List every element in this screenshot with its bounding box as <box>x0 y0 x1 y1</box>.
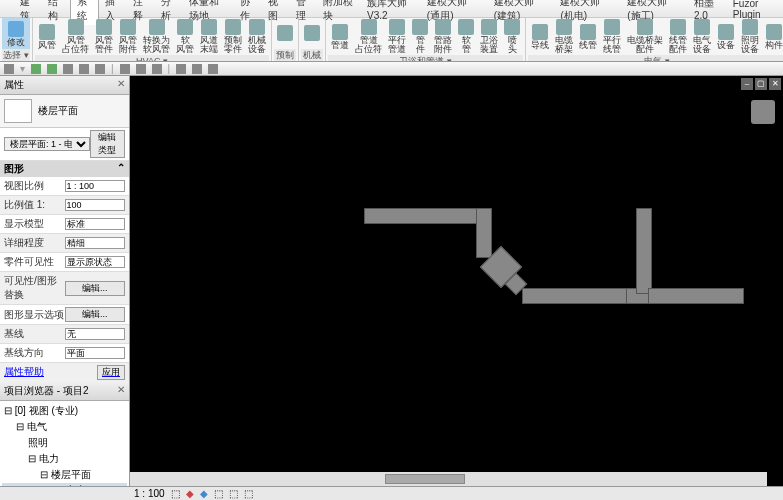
property-row[interactable]: 基线 <box>0 325 129 344</box>
property-row[interactable]: 详细程度 <box>0 234 129 253</box>
ribbon-button[interactable]: 平行 管道 <box>385 18 409 55</box>
status-icon[interactable]: ◆ <box>200 488 208 499</box>
close-view-icon[interactable]: ✕ <box>769 78 781 90</box>
left-panel: 属性✕ 楼层平面 楼层平面: 1 - 电力编辑类型 图形⌃ 视图比例比例值 1:… <box>0 76 130 486</box>
tool-icon[interactable] <box>63 64 73 74</box>
property-row[interactable]: 可见性/图形替换编辑... <box>0 272 129 305</box>
ribbon-button[interactable]: 卫浴 装置 <box>477 18 501 55</box>
browser-title: 项目浏览器 - 项目2✕ <box>0 382 129 401</box>
ribbon-button[interactable]: 平行 线管 <box>600 18 624 55</box>
properties-help-link[interactable]: 属性帮助 <box>4 365 44 380</box>
modify-button[interactable]: 修改 <box>2 18 30 49</box>
ribbon-button[interactable]: 风管 管件 <box>92 18 116 55</box>
ribbon-button[interactable]: 机械 设备 <box>245 18 269 55</box>
ribbon-button[interactable] <box>301 18 323 49</box>
tool-icon[interactable] <box>95 64 105 74</box>
tool-icon[interactable] <box>79 64 89 74</box>
property-row[interactable]: 显示模型 <box>0 215 129 234</box>
group-label: 电气 ▾ <box>528 55 783 62</box>
redo-icon[interactable] <box>47 64 57 74</box>
ribbon-button[interactable]: 转换为 软风管 <box>140 18 173 55</box>
type-thumbnail[interactable] <box>4 99 32 123</box>
property-row[interactable]: 视图比例 <box>0 177 129 196</box>
status-bar: 1 : 100 ⬚ ◆ ◆ ⬚ ⬚ ⬚ <box>0 486 783 500</box>
group-label: HVAC ▾ <box>35 55 269 62</box>
text-icon[interactable] <box>136 64 146 74</box>
drawing-canvas[interactable]: – ▢ ✕ <box>130 76 783 486</box>
ribbon-button[interactable] <box>274 18 296 49</box>
group-label: 预制 ▾ <box>274 49 296 61</box>
align-icon[interactable] <box>120 64 130 74</box>
property-row[interactable]: 图形显示选项编辑... <box>0 305 129 325</box>
project-browser-tree[interactable]: ⊟ [0] 视图 (专业)⊟ 电气照明⊟ 电力⊟ 楼层平面1 - 电力2 - 电… <box>0 401 129 486</box>
property-row[interactable]: 比例值 1: <box>0 196 129 215</box>
ribbon-panel: 修改选择 ▾ 风管风管 占位符风管 管件风管 附件转换为 软风管软 风管风道 末… <box>0 18 783 62</box>
print-icon[interactable] <box>4 64 14 74</box>
close-icon[interactable]: ✕ <box>117 384 125 398</box>
tool-icon[interactable] <box>208 64 218 74</box>
quick-access-toolbar: ▾ | | <box>0 62 783 76</box>
tree-node[interactable]: 照明 <box>2 435 127 451</box>
property-row[interactable]: 基线方向 <box>0 344 129 363</box>
ribbon-button[interactable]: 管道 占位符 <box>352 18 385 55</box>
ribbon-button[interactable]: 风管 占位符 <box>59 18 92 55</box>
ribbon-button[interactable]: 软 管 <box>455 18 477 55</box>
apply-button[interactable]: 应用 <box>97 365 125 380</box>
tree-node[interactable]: ⊟ [0] 视图 (专业) <box>2 403 127 419</box>
status-icon[interactable]: ◆ <box>186 488 194 499</box>
undo-icon[interactable] <box>31 64 41 74</box>
ribbon-button[interactable]: 喷 头 <box>501 18 523 55</box>
ribbon-button[interactable]: 风道 末端 <box>197 18 221 55</box>
scale-display[interactable]: 1 : 100 <box>134 488 165 499</box>
status-icon[interactable]: ⬚ <box>244 488 253 499</box>
tool-icon[interactable] <box>192 64 202 74</box>
minimize-icon[interactable]: – <box>741 78 753 90</box>
arrow-icon[interactable] <box>176 64 186 74</box>
ribbon-button[interactable]: 导线 <box>528 18 552 55</box>
status-icon[interactable]: ⬚ <box>214 488 223 499</box>
view-cube[interactable] <box>751 100 775 124</box>
close-icon[interactable]: ✕ <box>117 78 125 92</box>
measure-icon[interactable] <box>152 64 162 74</box>
ribbon-button[interactable]: 电缆桥架 配件 <box>624 18 666 55</box>
ribbon-button[interactable]: 线管 <box>576 18 600 55</box>
horizontal-scrollbar[interactable] <box>130 472 767 486</box>
properties-title: 属性✕ <box>0 76 129 95</box>
ribbon-button[interactable]: 管路 附件 <box>431 18 455 55</box>
edit-type-button[interactable]: 编辑类型 <box>90 130 125 158</box>
tree-node[interactable]: ⊟ 楼层平面 <box>2 467 127 483</box>
prop-section[interactable]: 图形⌃ <box>0 161 129 177</box>
ribbon-button[interactable]: 预制 零件 <box>221 18 245 55</box>
type-name: 楼层平面 <box>38 104 78 118</box>
ribbon-button[interactable]: 电气 设备 <box>690 18 714 55</box>
group-label: 卫浴和管道 ▾ <box>328 55 523 62</box>
status-icon[interactable]: ⬚ <box>229 488 238 499</box>
ribbon-button[interactable]: 管道 <box>328 18 352 55</box>
ribbon-button[interactable]: 管 件 <box>409 18 431 55</box>
tree-node[interactable]: ⊟ 电力 <box>2 451 127 467</box>
group-label-select: 选择 ▾ <box>2 49 30 61</box>
group-label: 机械 ▾ <box>301 49 323 61</box>
ribbon-button[interactable]: 电缆 桥架 <box>552 18 576 55</box>
ribbon-button[interactable]: 构件 <box>762 18 783 55</box>
status-icon[interactable]: ⬚ <box>171 488 180 499</box>
maximize-icon[interactable]: ▢ <box>755 78 767 90</box>
ribbon-button[interactable]: 风管 附件 <box>116 18 140 55</box>
ribbon-button[interactable]: 设备 <box>714 18 738 55</box>
property-row[interactable]: 零件可见性 <box>0 253 129 272</box>
ribbon-button[interactable]: 软 风管 <box>173 18 197 55</box>
ribbon-button[interactable]: 照明 设备 <box>738 18 762 55</box>
ribbon-button[interactable]: 风管 <box>35 18 59 55</box>
ribbon-button[interactable]: 线管 配件 <box>666 18 690 55</box>
ribbon-tabs: 建筑结构系统插入注释分析体量和场地协作视图管理附加模块族库大师V3.2建模大师 … <box>0 0 783 18</box>
tree-node[interactable]: ⊟ 电气 <box>2 419 127 435</box>
instance-selector[interactable]: 楼层平面: 1 - 电力 <box>4 137 90 151</box>
